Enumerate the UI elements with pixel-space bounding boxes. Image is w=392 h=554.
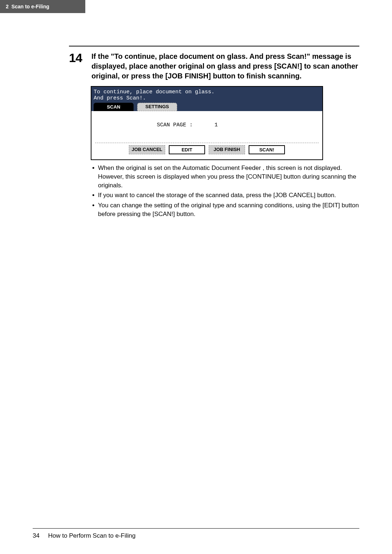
scan-page-row: SCAN PAGE : 1 <box>95 122 319 128</box>
device-screenshot: To continue, place document on glass. An… <box>91 86 323 160</box>
list-item: You can change the setting of the origin… <box>91 201 359 219</box>
step-instruction: If the "To continue, place document on g… <box>91 52 359 81</box>
tab-settings[interactable]: SETTINGS <box>137 103 177 111</box>
tab-scan[interactable]: SCAN <box>94 103 134 111</box>
content-area: 14 If the "To continue, place document o… <box>0 13 392 219</box>
screenshot-msg-line2: And press Scan!. <box>94 95 320 101</box>
page-footer: 34 How to Perform Scan to e-Filing <box>33 528 359 539</box>
chapter-title: Scan to e-Filing <box>12 4 49 9</box>
screenshot-msg-line1: To continue, place document on glass. <box>94 89 320 95</box>
list-item: When the original is set on the Automati… <box>91 164 359 190</box>
screenshot-separator <box>95 143 319 143</box>
scan-button[interactable]: SCAN! <box>249 145 285 154</box>
page-number: 34 <box>33 532 40 539</box>
screenshot-body: SCAN PAGE : 1 JOB CANCEL EDIT JOB FINISH… <box>91 111 322 159</box>
scan-page-value: 1 <box>215 122 218 128</box>
job-finish-button[interactable]: JOB FINISH <box>209 145 245 154</box>
list-item: If you want to cancel the storage of the… <box>91 191 359 200</box>
divider-bottom <box>33 528 359 529</box>
chapter-number: 2 <box>6 4 9 9</box>
screenshot-button-row: JOB CANCEL EDIT JOB FINISH SCAN! <box>95 145 319 156</box>
step-number: 14 <box>69 52 86 64</box>
scan-page-label: SCAN PAGE : <box>157 122 193 128</box>
bullet-list: When the original is set on the Automati… <box>91 164 359 219</box>
chapter-header: 2 Scan to e-Filing <box>0 0 85 13</box>
divider-top <box>69 46 359 46</box>
step-row: 14 If the "To continue, place document o… <box>69 52 359 81</box>
footer-text: 34 How to Perform Scan to e-Filing <box>33 532 359 539</box>
job-cancel-button[interactable]: JOB CANCEL <box>129 145 165 154</box>
screenshot-topbar: To continue, place document on glass. An… <box>91 87 322 111</box>
screenshot-tabs: SCAN SETTINGS <box>94 101 320 111</box>
edit-button[interactable]: EDIT <box>169 145 205 154</box>
footer-title: How to Perform Scan to e-Filing <box>48 532 136 539</box>
